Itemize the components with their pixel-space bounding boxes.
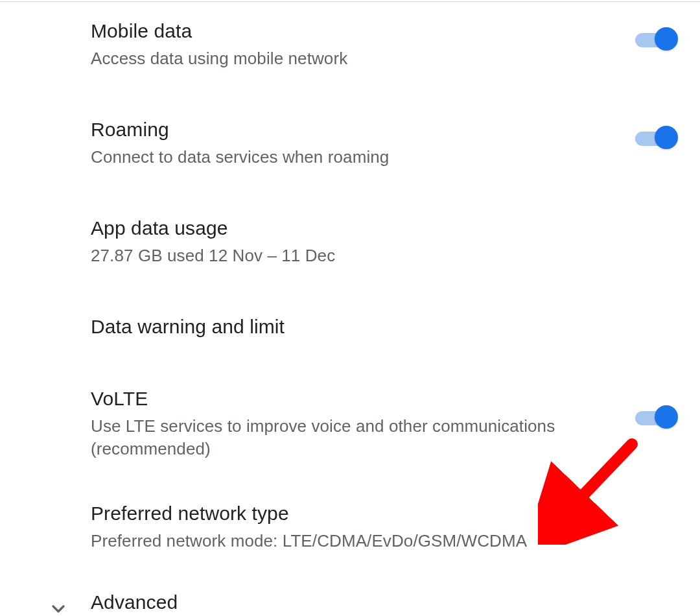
- chevron-wrap: [26, 589, 91, 616]
- setting-preferred-network-type[interactable]: Preferred network type Preferred network…: [91, 501, 675, 552]
- toggle-volte[interactable]: [635, 405, 675, 429]
- setting-text: App data usage 27.87 GB used 12 Nov – 11…: [91, 215, 675, 267]
- setting-title: Advanced: [91, 589, 651, 615]
- toggle-thumb: [655, 126, 678, 149]
- setting-text: Advanced Calling, System select, CDMA su…: [91, 589, 651, 616]
- setting-text: VoLTE Use LTE services to improve voice …: [91, 386, 635, 460]
- setting-subtitle: Access data using mobile network: [91, 47, 609, 70]
- setting-text: Mobile data Access data using mobile net…: [91, 18, 635, 70]
- setting-text: Preferred network type Preferred network…: [91, 501, 675, 552]
- setting-data-warning-limit[interactable]: Data warning and limit: [91, 314, 675, 339]
- toggle-thumb: [655, 405, 678, 429]
- setting-subtitle: Preferred network mode: LTE/CDMA/EvDo/GS…: [91, 530, 649, 552]
- setting-subtitle: Connect to data services when roaming: [91, 146, 609, 169]
- setting-title: VoLTE: [91, 386, 609, 411]
- chevron-down-icon: [47, 597, 70, 616]
- settings-list: Mobile data Access data using mobile net…: [0, 0, 700, 616]
- setting-subtitle: 27.87 GB used 12 Nov – 11 Dec: [91, 244, 649, 267]
- setting-volte[interactable]: VoLTE Use LTE services to improve voice …: [91, 386, 675, 460]
- toggle-mobile-data[interactable]: [635, 27, 675, 51]
- toggle-thumb: [655, 27, 678, 51]
- setting-advanced[interactable]: Advanced Calling, System select, CDMA su…: [26, 589, 675, 616]
- setting-roaming[interactable]: Roaming Connect to data services when ro…: [91, 117, 675, 169]
- setting-title: App data usage: [91, 215, 649, 241]
- setting-text: Data warning and limit: [91, 314, 675, 339]
- setting-app-data-usage[interactable]: App data usage 27.87 GB used 12 Nov – 11…: [91, 215, 675, 267]
- setting-title: Preferred network type: [91, 501, 649, 526]
- top-divider: [0, 1, 700, 2]
- setting-title: Data warning and limit: [91, 314, 649, 339]
- setting-title: Mobile data: [91, 18, 609, 43]
- toggle-roaming[interactable]: [635, 126, 675, 149]
- setting-subtitle: Use LTE services to improve voice and ot…: [91, 415, 609, 460]
- setting-title: Roaming: [91, 117, 609, 142]
- setting-mobile-data[interactable]: Mobile data Access data using mobile net…: [91, 18, 675, 70]
- setting-text: Roaming Connect to data services when ro…: [91, 117, 635, 169]
